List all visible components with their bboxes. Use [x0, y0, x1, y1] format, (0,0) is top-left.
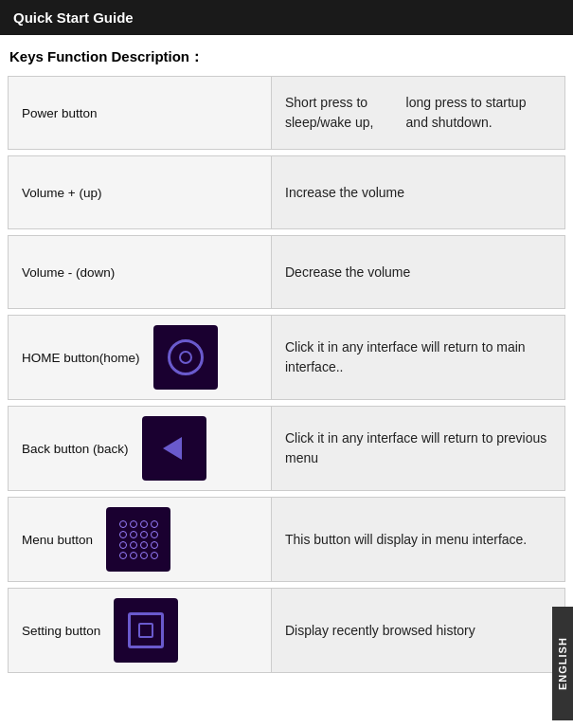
cell-left-home: HOME button(home): [9, 316, 272, 399]
description-text-home: Click it in any interface will return to…: [285, 337, 551, 377]
cell-right-power: Short press to sleep/wake up,long press …: [272, 77, 564, 149]
cell-left-setting: Setting button: [9, 589, 272, 672]
cell-right-setting: Display recently browsed history: [272, 589, 564, 672]
icon-box-setting: [114, 598, 178, 663]
cell-right-menu: This button will display in menu interfa…: [272, 498, 564, 581]
icon-box-menu: [106, 507, 170, 572]
description-text-volume-up: Increase the volume: [285, 183, 404, 203]
table-row: Power buttonShort press to sleep/wake up…: [8, 76, 565, 150]
cell-right-volume-down: Decrease the volume: [272, 236, 564, 308]
sidebar-language: ENGLISH: [552, 607, 573, 720]
table-row: Back button (back)Click it in any interf…: [8, 406, 565, 491]
table-row: Volume + (up)Increase the volume: [8, 155, 565, 229]
description-text-power: Short press to sleep/wake up,: [285, 93, 406, 133]
section-title: Keys Function Description：: [0, 35, 573, 76]
icon-box-home: [153, 325, 218, 390]
table-row: Setting buttonDisplay recently browsed h…: [8, 588, 565, 673]
description-text-setting: Display recently browsed history: [285, 621, 475, 641]
description-text-menu: This button will display in menu interfa…: [285, 530, 527, 550]
key-label-menu: Menu button: [22, 533, 93, 547]
key-label-volume-up: Volume + (up): [22, 186, 101, 200]
cell-right-volume-up: Increase the volume: [272, 156, 564, 228]
cell-left-volume-down: Volume - (down): [9, 236, 272, 308]
key-label-back: Back button (back): [22, 442, 129, 456]
cell-right-home: Click it in any interface will return to…: [272, 316, 564, 399]
cell-left-volume-up: Volume + (up): [9, 156, 272, 228]
icon-box-back: [142, 416, 206, 481]
menu-icon: [119, 520, 158, 559]
table-row: HOME button(home)Click it in any interfa…: [8, 315, 565, 400]
cell-left-menu: Menu button: [9, 498, 272, 581]
back-icon: [163, 437, 182, 460]
cell-left-back: Back button (back): [9, 407, 272, 490]
setting-icon: [128, 612, 164, 648]
cell-right-back: Click it in any interface will return to…: [272, 407, 564, 490]
description-text-volume-down: Decrease the volume: [285, 263, 410, 282]
key-label-volume-down: Volume - (down): [22, 265, 115, 280]
key-label-power: Power button: [22, 106, 98, 120]
table-row: Volume - (down)Decrease the volume: [8, 235, 565, 309]
home-icon: [168, 339, 204, 375]
description-text-back: Click it in any interface will return to…: [285, 428, 551, 468]
header: Quick Start Guide: [0, 0, 573, 35]
table-container: Power buttonShort press to sleep/wake up…: [0, 76, 573, 673]
cell-left-power: Power button: [9, 77, 272, 149]
key-label-home: HOME button(home): [22, 351, 140, 365]
table-row: Menu buttonThis button will display in m…: [8, 497, 565, 582]
description-text-power: long press to startup and shutdown.: [406, 93, 551, 133]
key-label-setting: Setting button: [22, 624, 100, 638]
header-title: Quick Start Guide: [13, 9, 134, 26]
